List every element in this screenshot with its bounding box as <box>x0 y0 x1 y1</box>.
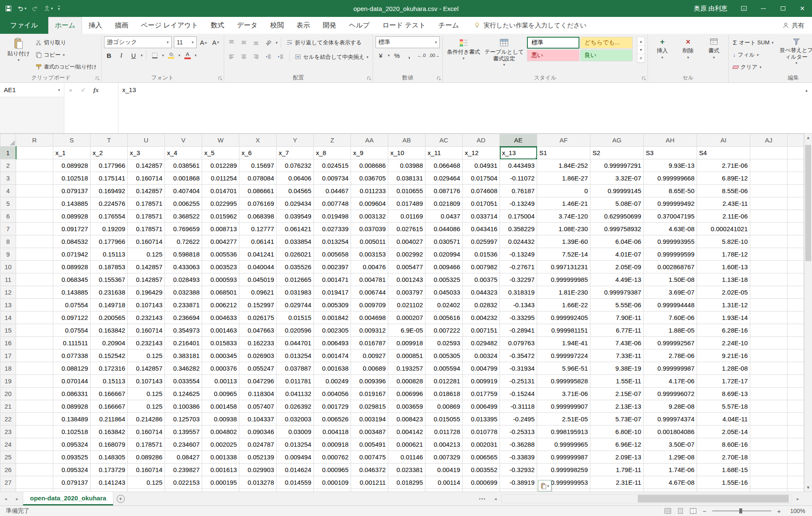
zoom-slider-thumb[interactable] <box>739 508 742 513</box>
cell-S18[interactable]: 0.088129 <box>53 362 91 375</box>
cell-AA27[interactable]: 0.001211 <box>351 476 388 489</box>
cell-AJ4[interactable] <box>750 185 787 197</box>
cell-R21[interactable] <box>16 400 53 413</box>
tab-page-layout[interactable]: ページ レイアウト <box>134 17 204 34</box>
cell-AJ23[interactable] <box>750 426 787 438</box>
cell-AE12[interactable]: 0.318319 <box>500 286 537 299</box>
cell-AB25[interactable]: 0.01146 <box>388 451 425 464</box>
format-as-table-button[interactable]: テーブルとして書式設定 ▾ <box>484 36 524 67</box>
autosum-button[interactable]: Σオート SUM▾ <box>731 36 775 49</box>
cell-AJ20[interactable] <box>750 388 787 400</box>
formula-cancel-button[interactable]: × <box>64 83 77 97</box>
cell-AB2[interactable]: 0.03988 <box>388 159 425 172</box>
cell-R3[interactable] <box>16 172 53 185</box>
cell-V8[interactable]: 0.72622 <box>165 235 202 248</box>
tell-me-box[interactable]: 実行したい作業を入力してください <box>474 17 587 34</box>
cell-AB14[interactable]: 0.000207 <box>388 311 425 324</box>
horizontal-scrollbar[interactable] <box>501 494 792 503</box>
cell-AE20[interactable]: -0.15244 <box>500 388 537 400</box>
cell-AB7[interactable]: 0.027615 <box>388 223 425 235</box>
cell-AA18[interactable]: 0.00689 <box>351 362 388 375</box>
cell-X8[interactable]: 0.06141 <box>239 235 277 248</box>
row-header-20[interactable]: 20 <box>0 388 16 400</box>
cell-AD3[interactable]: 0.017504 <box>463 172 500 185</box>
cell-AH21[interactable]: 9.28E-08 <box>644 400 697 413</box>
cell-U26[interactable]: 0.160714 <box>128 464 165 476</box>
tab-developer[interactable]: 開発 <box>316 17 343 34</box>
cell-U22[interactable]: 0.214286 <box>128 413 165 426</box>
redo-button[interactable] <box>32 5 38 12</box>
cell-AC23[interactable]: 0.011728 <box>425 426 463 438</box>
cell-T19[interactable]: 0.15113 <box>91 375 128 388</box>
tab-insert[interactable]: 挿入 <box>82 17 108 34</box>
cell-Y6[interactable]: 0.039549 <box>277 210 314 223</box>
cell-AF19[interactable]: 0.999995828 <box>537 375 590 388</box>
cell-R5[interactable] <box>16 197 53 210</box>
cell-AF23[interactable]: 0.998195913 <box>537 426 590 438</box>
cell-AJ13[interactable] <box>750 299 787 311</box>
cell-Y19[interactable]: 0.011781 <box>277 375 314 388</box>
row-header-8[interactable]: 8 <box>0 235 16 248</box>
cell-AF26[interactable]: 0.999998259 <box>537 464 590 476</box>
cell-W19[interactable]: 0.00113 <box>202 375 239 388</box>
cell-AE18[interactable]: -0.31934 <box>500 362 537 375</box>
cell-AE16[interactable]: 0.079763 <box>500 337 537 349</box>
cell-S17[interactable]: 0.077338 <box>53 349 91 362</box>
cell-AD16[interactable]: 0.029482 <box>463 337 500 349</box>
row-header-3[interactable]: 3 <box>0 172 16 185</box>
tab-draw[interactable]: 描画 <box>108 17 134 34</box>
cell-X10[interactable]: 0.040044 <box>239 261 277 273</box>
cell-AE2[interactable]: 0.443493 <box>500 159 537 172</box>
insert-cells-button[interactable]: + 挿入 ▾ <box>650 36 674 60</box>
row-header-27[interactable]: 27 <box>0 476 16 489</box>
cell-S22[interactable]: 0.138489 <box>53 413 91 426</box>
bottom-align-button[interactable] <box>251 38 261 48</box>
cell-Z4[interactable]: 0.04467 <box>314 185 351 197</box>
cell-AA6[interactable]: 0.003132 <box>351 210 388 223</box>
cell-AI13[interactable]: 1.31E-12 <box>697 299 750 311</box>
cell-AC6[interactable]: 0.0437 <box>425 210 463 223</box>
cell-AH2[interactable]: 9.93E-13 <box>644 159 697 172</box>
cell-S21[interactable]: 0.089928 <box>53 400 91 413</box>
copy-button[interactable]: コピー ▾ <box>34 49 99 61</box>
cell-AG5[interactable]: 5.08E-07 <box>590 197 644 210</box>
cell-Y7[interactable]: 0.061421 <box>277 223 314 235</box>
cell-AD8[interactable]: 0.025997 <box>463 235 500 248</box>
cell-V15[interactable]: 0.354973 <box>165 324 202 337</box>
cell-Y14[interactable]: 0.01515 <box>277 311 314 324</box>
column-header-Z[interactable]: Z <box>314 134 351 147</box>
cell-X17[interactable]: 0.026903 <box>239 349 277 362</box>
cell-AH25[interactable]: 1.29E-08 <box>644 451 697 464</box>
cell-S10[interactable]: 0.089928 <box>53 261 91 273</box>
name-box[interactable]: AE1 ▾ <box>0 83 64 97</box>
cell-T12[interactable]: 0.231638 <box>91 286 128 299</box>
row-header-2[interactable]: 2 <box>0 159 16 172</box>
cell-T17[interactable]: 0.152542 <box>91 349 128 362</box>
cell-V27[interactable]: 0.022153 <box>165 476 202 489</box>
cell-U17[interactable]: 0.125 <box>128 349 165 362</box>
cell-AJ1[interactable] <box>750 147 787 159</box>
cell-Z27[interactable]: 0.000109 <box>314 476 351 489</box>
bold-button[interactable]: B <box>104 50 114 60</box>
cell-AH12[interactable]: 3.69E-07 <box>644 286 697 299</box>
cell-AD28[interactable] <box>463 489 500 492</box>
cell-AA24[interactable]: 0.005491 <box>351 438 388 451</box>
cell-V20[interactable]: 0.124625 <box>165 388 202 400</box>
cell-AG6[interactable]: 0.629950699 <box>590 210 644 223</box>
cell-AJ18[interactable] <box>750 362 787 375</box>
cell-V9[interactable]: 0.598818 <box>165 248 202 261</box>
cell-AJ6[interactable] <box>750 210 787 223</box>
cell-AH13[interactable]: 0.999994448 <box>644 299 697 311</box>
cell-W14[interactable]: 0.004633 <box>202 311 239 324</box>
row-header-19[interactable]: 19 <box>0 375 16 388</box>
formula-bar-collapse-button[interactable]: ▴ <box>801 83 812 97</box>
cell-AI27[interactable]: 1.55E-16 <box>697 476 750 489</box>
cell-AE3[interactable]: -0.11072 <box>500 172 537 185</box>
cell-Y13[interactable]: 0.029744 <box>277 299 314 311</box>
cell-AA21[interactable]: 0.029815 <box>351 400 388 413</box>
cell-AI19[interactable]: 1.72E-17 <box>697 375 750 388</box>
cell-AG10[interactable]: 2.05E-09 <box>590 261 644 273</box>
cell-AA4[interactable]: 0.011233 <box>351 185 388 197</box>
undo-button[interactable]: ▾ <box>17 5 27 12</box>
cell-AH22[interactable]: 0.999974374 <box>644 413 697 426</box>
